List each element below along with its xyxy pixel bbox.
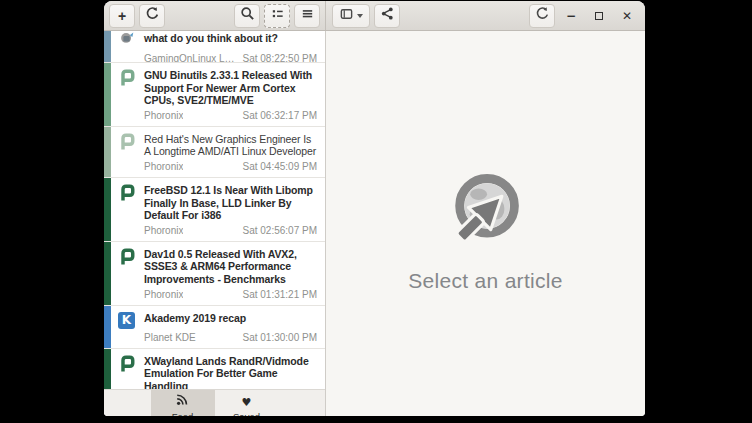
headerbar-article-section: − ✕	[326, 1, 645, 30]
article-source: GamingOnLinux Latest…	[144, 53, 237, 63]
article-timestamp: Sat 02:56:07 PM	[243, 225, 318, 236]
maximize-button[interactable]	[585, 4, 613, 28]
article-source: Phoronix	[144, 161, 183, 172]
tab-label: Saved	[233, 411, 260, 416]
article-title: Dav1d 0.5 Released With AVX2, SSSE3 & AR…	[144, 248, 317, 286]
feed-accent-bar	[104, 127, 111, 177]
article-list-pane: what do you think about it?GamingOnLinux…	[104, 31, 326, 416]
kde-favicon: K	[118, 312, 137, 329]
article-detail-pane: Select an article	[326, 31, 645, 416]
article-timestamp: Sat 01:30:00 PM	[243, 332, 318, 343]
article-row[interactable]: XWayland Lands RandR/Vidmode Emulation F…	[104, 349, 325, 389]
heart-icon: ♥	[242, 392, 252, 410]
feedreader-window: +	[104, 1, 645, 416]
article-row-body: Dav1d 0.5 Released With AVX2, SSSE3 & AR…	[111, 242, 325, 305]
article-list: what do you think about it?GamingOnLinux…	[104, 31, 325, 389]
article-title: GNU Binutils 2.33.1 Released With Suppor…	[144, 69, 317, 107]
article-timestamp: Sat 06:32:17 PM	[243, 110, 318, 121]
gamingonlinux-favicon	[118, 32, 137, 50]
detail-list-icon	[270, 6, 285, 25]
refresh-button[interactable]	[139, 4, 165, 28]
article-timestamp: Sat 04:45:09 PM	[243, 161, 318, 172]
minimize-button[interactable]: −	[557, 4, 585, 28]
phoronix-favicon	[118, 69, 137, 107]
article-row[interactable]: Red Hat's New Graphics Engineer Is A Lon…	[104, 127, 325, 178]
article-row[interactable]: KAkademy 2019 recapPlanet KDESat 01:30:0…	[104, 306, 325, 349]
phoronix-favicon	[118, 355, 137, 389]
feed-accent-bar	[104, 63, 111, 126]
search-icon	[240, 6, 255, 25]
bottom-tab-bar: Feed♥Saved	[104, 389, 325, 416]
share-button[interactable]	[374, 4, 400, 28]
article-row-body: XWayland Lands RandR/Vidmode Emulation F…	[111, 349, 325, 389]
menu-button[interactable]	[294, 4, 320, 28]
article-title: XWayland Lands RandR/Vidmode Emulation F…	[144, 355, 317, 389]
phoronix-favicon	[118, 133, 137, 158]
phoronix-favicon	[118, 184, 137, 222]
article-source: Planet KDE	[144, 332, 196, 343]
tab-label: Feed	[172, 411, 194, 416]
window-controls: − ✕	[557, 4, 641, 28]
article-row-body: what do you think about it?GamingOnLinux…	[111, 31, 325, 62]
feed-accent-bar	[104, 178, 111, 241]
mark-read-view-button[interactable]	[264, 4, 290, 28]
phoronix-favicon	[118, 248, 137, 286]
tab-saved[interactable]: ♥Saved	[215, 390, 279, 416]
placeholder-text: Select an article	[408, 269, 563, 293]
article-row-body: KAkademy 2019 recapPlanet KDESat 01:30:0…	[111, 306, 325, 348]
reader-view-icon	[339, 7, 354, 25]
article-row[interactable]: what do you think about it?GamingOnLinux…	[104, 31, 325, 63]
article-row-body: GNU Binutils 2.33.1 Released With Suppor…	[111, 63, 325, 126]
caret-down-icon	[357, 14, 363, 18]
article-row[interactable]: FreeBSD 12.1 Is Near With Libomp Finally…	[104, 178, 325, 242]
article-row[interactable]: GNU Binutils 2.33.1 Released With Suppor…	[104, 63, 325, 127]
plus-icon: +	[118, 9, 126, 23]
article-title: Akademy 2019 recap	[144, 312, 317, 329]
share-icon	[380, 6, 395, 25]
update-status-button[interactable]	[529, 4, 555, 28]
feed-accent-bar	[104, 31, 111, 62]
feed-accent-bar	[104, 242, 111, 305]
article-view-mode-button[interactable]	[332, 4, 370, 28]
feed-accent-bar	[104, 306, 111, 348]
close-button[interactable]: ✕	[613, 4, 641, 28]
article-timestamp: Sat 01:31:21 PM	[243, 289, 318, 300]
kde-favicon: K	[118, 312, 135, 329]
article-row-body: Red Hat's New Graphics Engineer Is A Lon…	[111, 127, 325, 177]
article-title: FreeBSD 12.1 Is Near With Libomp Finally…	[144, 184, 317, 222]
article-row[interactable]: Dav1d 0.5 Released With AVX2, SSSE3 & AR…	[104, 242, 325, 306]
article-title: Red Hat's New Graphics Engineer Is A Lon…	[144, 133, 317, 158]
main-content: what do you think about it?GamingOnLinux…	[104, 31, 645, 416]
article-source: Phoronix	[144, 110, 183, 121]
article-source: Phoronix	[144, 289, 183, 300]
rss-icon	[176, 392, 189, 410]
circular-arrow-icon	[535, 6, 550, 25]
headerbar: +	[104, 1, 645, 31]
article-title: what do you think about it?	[144, 32, 317, 50]
feed-accent-bar	[104, 349, 111, 389]
headerbar-list-section: +	[104, 1, 326, 30]
article-source: Phoronix	[144, 225, 183, 236]
maximize-icon	[595, 12, 603, 20]
search-button[interactable]	[234, 4, 260, 28]
article-row-body: FreeBSD 12.1 Is Near With Libomp Finally…	[111, 178, 325, 241]
refresh-icon	[145, 6, 160, 25]
feedreader-logo-icon	[443, 169, 529, 255]
hamburger-icon	[300, 6, 315, 25]
add-feed-button[interactable]: +	[109, 4, 135, 28]
tab-feed[interactable]: Feed	[151, 390, 215, 416]
article-timestamp: Sat 08:22:50 PM	[243, 53, 318, 63]
